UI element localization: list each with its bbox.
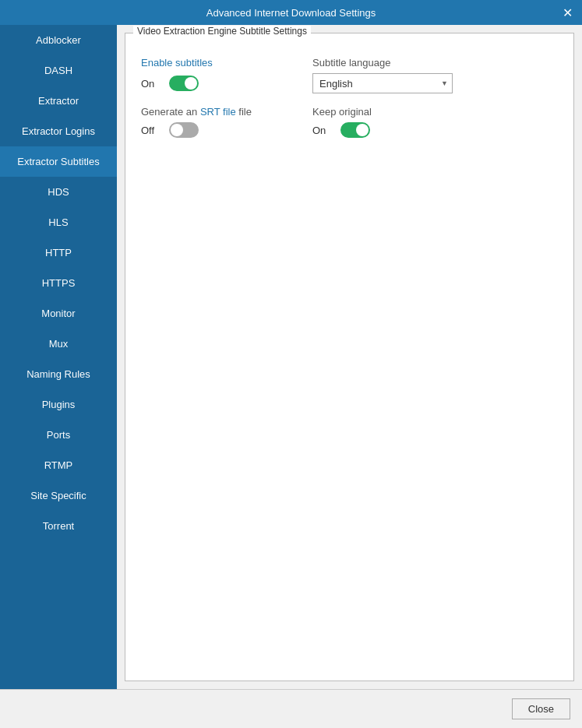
- sidebar-item-torrent[interactable]: Torrent: [0, 511, 117, 541]
- enable-subtitles-col: On: [141, 76, 312, 91]
- keep-original-col: On: [312, 122, 429, 138]
- generate-srt-file-suffix: file: [236, 106, 252, 118]
- keep-original-label-col: Keep original: [312, 106, 429, 118]
- sidebar-item-http[interactable]: HTTP: [0, 237, 117, 268]
- sidebar-item-hds[interactable]: HDS: [0, 177, 117, 207]
- keep-original-thumb: [356, 124, 369, 136]
- language-col: EnglishFrenchGermanSpanishJapanese: [312, 73, 453, 93]
- labels-row: Enable subtitles Subtitle language: [141, 57, 558, 69]
- srt-controls-row: Off On: [141, 122, 558, 138]
- settings-panel: Video Extraction Engine Subtitle Setting…: [125, 33, 574, 681]
- generate-srt-off-label: Off: [141, 125, 163, 136]
- sidebar-item-rtmp[interactable]: RTMP: [0, 450, 117, 480]
- sidebar-item-extractor-logins[interactable]: Extractor Logins: [0, 116, 117, 146]
- keep-original-on-label: On: [312, 125, 334, 136]
- enable-subtitles-label-col: Enable subtitles: [141, 57, 312, 69]
- sidebar-item-site-specific[interactable]: Site Specific: [0, 480, 117, 511]
- content-area: Video Extraction Engine Subtitle Setting…: [117, 25, 582, 689]
- srt-labels-row: Generate an SRT file file Keep original: [141, 106, 558, 118]
- sidebar-item-naming-rules[interactable]: Naming Rules: [0, 359, 117, 389]
- sidebar-item-monitor[interactable]: Monitor: [0, 298, 117, 329]
- srt-label-col: Generate an SRT file file: [141, 106, 312, 118]
- window-title: Advanced Internet Download Settings: [206, 7, 376, 19]
- generate-srt-thumb: [171, 124, 183, 136]
- keep-original-toggle[interactable]: [340, 122, 370, 138]
- keep-original-label: Keep original: [312, 106, 372, 118]
- generate-srt-toggle-group: Off: [141, 122, 199, 138]
- sidebar-item-adblocker[interactable]: Adblocker: [0, 25, 117, 55]
- sidebar-item-extractor-subtitles[interactable]: Extractor Subtitles: [0, 146, 117, 177]
- enable-subtitles-on-label: On: [141, 78, 163, 90]
- enable-subtitles-toggle-group: On: [141, 76, 199, 91]
- panel-title: Video Extraction Engine Subtitle Setting…: [133, 26, 311, 37]
- enable-subtitles-toggle[interactable]: [169, 76, 199, 91]
- language-select-wrapper: EnglishFrenchGermanSpanishJapanese: [312, 73, 453, 93]
- main-window: Advanced Internet Download Settings ✕ Ad…: [0, 0, 582, 728]
- controls-row: On EnglishFrenchGermanSpanishJapanese: [141, 73, 558, 93]
- language-select[interactable]: EnglishFrenchGermanSpanishJapanese: [312, 73, 453, 93]
- sidebar-item-hls[interactable]: HLS: [0, 207, 117, 237]
- srt-link[interactable]: SRT file: [200, 106, 236, 118]
- close-button[interactable]: Close: [512, 698, 570, 719]
- panel-inner: Enable subtitles Subtitle language On: [125, 41, 573, 153]
- main-content: AdblockerDASHExtractorExtractor LoginsEx…: [0, 25, 582, 689]
- generate-srt-text: Generate an: [141, 106, 200, 118]
- subtitle-language-label-col: Subtitle language: [312, 57, 429, 69]
- sidebar-item-mux[interactable]: Mux: [0, 329, 117, 359]
- sidebar-item-ports[interactable]: Ports: [0, 420, 117, 450]
- window-close-button[interactable]: ✕: [559, 4, 576, 21]
- generate-srt-col: Off: [141, 122, 312, 138]
- sidebar-item-extractor[interactable]: Extractor: [0, 86, 117, 116]
- sidebar: AdblockerDASHExtractorExtractor LoginsEx…: [0, 25, 117, 689]
- subtitle-language-label: Subtitle language: [312, 57, 390, 69]
- keep-original-toggle-group: On: [312, 122, 370, 138]
- sidebar-item-dash[interactable]: DASH: [0, 55, 117, 86]
- sidebar-item-plugins[interactable]: Plugins: [0, 389, 117, 420]
- enable-subtitles-thumb: [185, 77, 197, 90]
- title-bar: Advanced Internet Download Settings ✕: [0, 0, 582, 25]
- enable-subtitles-label: Enable subtitles: [141, 57, 213, 69]
- bottom-bar: Close: [0, 689, 582, 728]
- sidebar-item-https[interactable]: HTTPS: [0, 268, 117, 298]
- generate-srt-toggle[interactable]: [169, 122, 199, 138]
